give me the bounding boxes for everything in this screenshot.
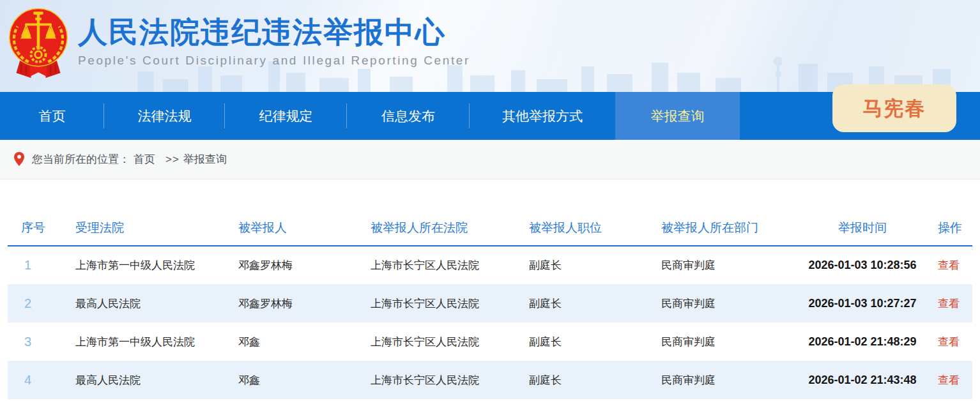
main-content: 序号受理法院被举报人被举报人所在法院被举报人职位被举报人所在部门举报时间操作 1… bbox=[0, 179, 980, 399]
cell-reported-person-department: 民商审判庭 bbox=[661, 284, 792, 322]
cell-index: 4 bbox=[8, 361, 75, 399]
cell-index: 2 bbox=[8, 284, 75, 322]
column-header-1: 序号 bbox=[8, 211, 75, 246]
table-row: 1 上海市第一中级人民法院 邓鑫罗林梅 上海市长宁区人民法院 副庭长 民商审判庭… bbox=[8, 246, 972, 284]
nav-item-label: 法律法规 bbox=[138, 107, 192, 125]
cell-reported-person-court: 上海市长宁区人民法院 bbox=[371, 246, 529, 284]
breadcrumb-separator: >> bbox=[165, 153, 180, 166]
breadcrumb-prefix: 您当前所在的位置： bbox=[32, 152, 130, 167]
nav-item-label: 信息发布 bbox=[381, 107, 435, 125]
cell-report-time: 2026-01-02 21:43:48 bbox=[792, 361, 933, 399]
report-query-table: 序号受理法院被举报人被举报人所在法院被举报人职位被举报人所在部门举报时间操作 1… bbox=[8, 211, 972, 399]
cell-reported-person-position: 副庭长 bbox=[529, 246, 661, 284]
nav-item-2[interactable]: 法律法规 bbox=[104, 92, 225, 140]
breadcrumb: 您当前所在的位置： 首页 >> 举报查询 bbox=[0, 140, 980, 179]
table-row: 3 上海市第一中级人民法院 邓鑫 上海市长宁区人民法院 副庭长 民商审判庭 20… bbox=[8, 322, 972, 361]
site-header: 人民法院违纪违法举报中心 People's Court Disciplinary… bbox=[0, 0, 980, 92]
location-pin-icon bbox=[14, 152, 24, 167]
column-header-8: 操作 bbox=[933, 211, 972, 246]
cell-accepting-court: 最高人民法院 bbox=[75, 361, 238, 399]
breadcrumb-home-link[interactable]: 首页 bbox=[134, 152, 155, 167]
column-header-5: 被举报人职位 bbox=[529, 211, 661, 246]
nav-item-6[interactable]: 举报查询 bbox=[615, 92, 740, 140]
site-subtitle-english: People's Court Disciplinary and Illegal … bbox=[78, 54, 470, 68]
cell-reported-person-position: 副庭长 bbox=[529, 284, 661, 322]
main-nav: 首页 法律法规 纪律规定 信息发布 其他举报方式 举报查询 马宪春 bbox=[0, 92, 980, 140]
cell-report-time: 2026-01-02 21:48:29 bbox=[792, 322, 933, 361]
cell-reported-person: 邓鑫 bbox=[238, 322, 371, 361]
cell-accepting-court: 上海市第一中级人民法院 bbox=[75, 322, 238, 361]
column-header-4: 被举报人所在法院 bbox=[371, 211, 529, 246]
nav-item-label: 纪律规定 bbox=[259, 107, 313, 125]
column-header-2: 受理法院 bbox=[75, 211, 238, 246]
cell-reported-person: 邓鑫罗林梅 bbox=[238, 246, 371, 284]
cell-reported-person-department: 民商审判庭 bbox=[661, 361, 792, 399]
cell-accepting-court: 上海市第一中级人民法院 bbox=[75, 246, 238, 284]
court-emblem-logo bbox=[8, 4, 69, 88]
nav-item-1[interactable]: 首页 bbox=[0, 92, 104, 140]
cell-report-time: 2026-01-03 10:28:56 bbox=[792, 246, 933, 284]
view-link[interactable]: 查看 bbox=[938, 336, 960, 348]
cell-reported-person: 邓鑫罗林梅 bbox=[238, 284, 371, 322]
nav-item-label: 首页 bbox=[39, 107, 66, 125]
column-header-7: 举报时间 bbox=[792, 211, 933, 246]
cell-reported-person-court: 上海市长宁区人民法院 bbox=[371, 322, 529, 361]
view-link[interactable]: 查看 bbox=[938, 374, 960, 386]
cell-reported-person: 邓鑫 bbox=[238, 361, 371, 399]
view-link[interactable]: 查看 bbox=[938, 298, 960, 310]
site-title-block: 人民法院违纪违法举报中心 People's Court Disciplinary… bbox=[78, 14, 470, 68]
view-link[interactable]: 查看 bbox=[938, 259, 960, 271]
cell-reported-person-position: 副庭长 bbox=[529, 322, 661, 361]
cell-reported-person-court: 上海市长宁区人民法院 bbox=[371, 361, 529, 399]
table-row: 2 最高人民法院 邓鑫罗林梅 上海市长宁区人民法院 副庭长 民商审判庭 2026… bbox=[8, 284, 972, 322]
nav-item-label: 其他举报方式 bbox=[502, 107, 583, 125]
cell-report-time: 2026-01-03 10:27:27 bbox=[792, 284, 933, 322]
breadcrumb-current: 举报查询 bbox=[183, 152, 227, 167]
report-table-body: 1 上海市第一中级人民法院 邓鑫罗林梅 上海市长宁区人民法院 副庭长 民商审判庭… bbox=[8, 246, 972, 399]
nav-item-4[interactable]: 信息发布 bbox=[347, 92, 470, 140]
site-title: 人民法院违纪违法举报中心 bbox=[78, 14, 470, 50]
cell-reported-person-court: 上海市长宁区人民法院 bbox=[371, 284, 529, 322]
column-header-3: 被举报人 bbox=[238, 211, 371, 246]
cell-index: 3 bbox=[8, 322, 75, 361]
column-header-6: 被举报人所在部门 bbox=[661, 211, 792, 246]
cell-index: 1 bbox=[8, 246, 75, 284]
nav-item-3[interactable]: 纪律规定 bbox=[225, 92, 347, 140]
table-header-row: 序号受理法院被举报人被举报人所在法院被举报人职位被举报人所在部门举报时间操作 bbox=[8, 211, 972, 246]
cell-accepting-court: 最高人民法院 bbox=[75, 284, 238, 322]
cell-reported-person-position: 副庭长 bbox=[529, 361, 661, 399]
nav-item-5[interactable]: 其他举报方式 bbox=[470, 92, 615, 140]
user-name-badge[interactable]: 马宪春 bbox=[832, 84, 956, 132]
nav-item-label: 举报查询 bbox=[651, 107, 705, 125]
cell-reported-person-department: 民商审判庭 bbox=[661, 322, 792, 361]
table-row: 4 最高人民法院 邓鑫 上海市长宁区人民法院 副庭长 民商审判庭 2026-01… bbox=[8, 361, 972, 399]
cell-reported-person-department: 民商审判庭 bbox=[661, 246, 792, 284]
